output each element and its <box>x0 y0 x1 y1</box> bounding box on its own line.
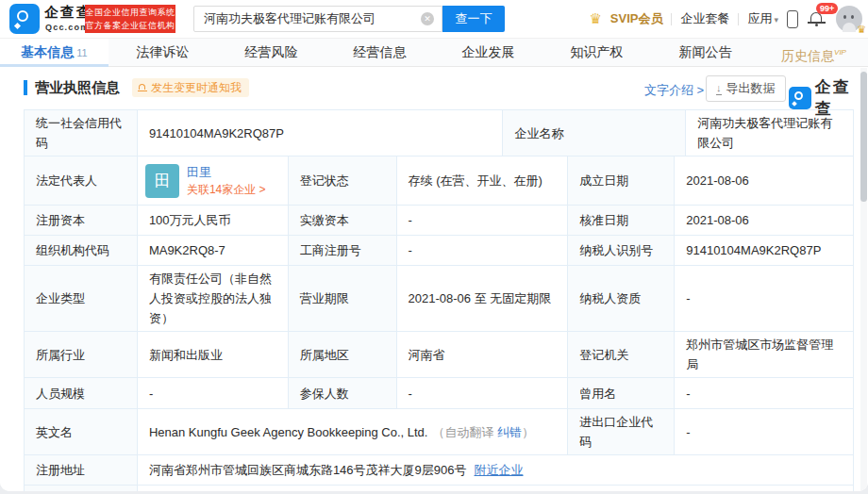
field-label: 核准日期 <box>568 206 675 236</box>
tab-label: 经营信息 <box>354 44 407 59</box>
field-label: 曾用名 <box>568 378 675 409</box>
table-row: 经营范围许可项目：代理记账（依法须经批准的项目，经相关部门批准后方可开展经营活动… <box>25 486 854 491</box>
field-value: 有限责任公司（非自然人投资或控股的法人独资） <box>138 266 289 332</box>
field-label: 经营范围 <box>25 486 138 491</box>
cert-line2: 官方备案企业征信机构 <box>85 19 175 32</box>
field-value: 河南省 <box>397 332 569 378</box>
field-label: 所属行业 <box>25 332 138 378</box>
related-companies-link[interactable]: 关联14家企业 > <box>187 181 266 198</box>
correction-link[interactable]: 纠错 <box>497 425 522 439</box>
top-bar: 企查查 Qcc.com 全国企业信用查询系统 官方备案企业征信机构 ✕ 查一下 … <box>0 0 868 38</box>
field-value: 2021-08-06 <box>675 206 854 236</box>
scrollbar-thumb[interactable] <box>860 72 867 202</box>
table-row: 组织机构代码MA9K2RQ8-7工商注册号-纳税人识别号91410104MA9K… <box>25 236 854 266</box>
field-label: 注册地址 <box>25 455 138 486</box>
clear-icon[interactable]: ✕ <box>421 12 434 25</box>
table-row: 统一社会信用代码91410104MA9K2RQ87P企业名称河南功夫极客代理记账… <box>25 110 854 156</box>
field-value: - <box>675 378 854 409</box>
vip-crown-icon: ♛ <box>857 24 866 36</box>
field-value: 2021-08-06 至 无固定期限 <box>397 266 569 332</box>
field-label: 所属地区 <box>289 332 397 378</box>
field-label: 进出口企业代码 <box>568 409 675 455</box>
field-label: 英文名 <box>25 409 138 455</box>
notifications-bell-icon[interactable]: 99+ <box>807 8 827 29</box>
enterprise-package-link[interactable]: 企业套餐 <box>680 10 729 27</box>
field-value: MA9K2RQ8-7 <box>138 236 289 266</box>
qcc-watermark-icon <box>789 87 811 109</box>
cert-line1: 全国企业信用查询系统 <box>85 6 175 19</box>
field-value: - <box>397 236 569 266</box>
field-value: - <box>397 206 569 236</box>
tab-label: 新闻公告 <box>679 44 732 59</box>
tab-label: 法律诉讼 <box>137 44 190 59</box>
field-value: 许可项目：代理记账（依法须经批准的项目，经相关部门批准后方可开展经营活动，具体经… <box>138 486 854 491</box>
tab-intellectual-property[interactable]: 知识产权 <box>542 39 651 66</box>
business-license-table: 统一社会信用代码91410104MA9K2RQ87P企业名称河南功夫极客代理记账… <box>24 109 854 491</box>
tab-news-announcement[interactable]: 新闻公告 <box>651 39 760 66</box>
field-label: 实缴资本 <box>289 206 397 236</box>
certification-banner: 全国企业信用查询系统 官方备案企业征信机构 <box>85 5 175 33</box>
apps-menu[interactable]: 应用▾ <box>747 10 778 27</box>
field-label: 组织机构代码 <box>25 236 138 266</box>
field-value: 2021-08-06 <box>675 156 854 206</box>
field-label: 法定代表人 <box>25 156 138 206</box>
tab-operation-risk[interactable]: 经营风险 <box>217 39 326 66</box>
field-value: 100万元人民币 <box>138 206 289 236</box>
tab-basic-info[interactable]: 基本信息11 <box>0 39 108 66</box>
export-data-button[interactable]: ↓ 导出数据 <box>706 75 786 102</box>
qcc-logo-domain: Qcc.com <box>45 23 89 32</box>
search-input[interactable] <box>194 12 421 26</box>
tab-operation-info[interactable]: 经营信息 <box>326 39 434 66</box>
field-label: 参保人数 <box>289 378 397 409</box>
notify-on-change-button[interactable]: 发生变更时通知我 <box>132 78 249 97</box>
top-nav: ♛ SVIP会员 企业套餐 应用▾ 99+ ♛ <box>589 0 862 38</box>
divider <box>671 13 672 25</box>
nearby-companies-link[interactable]: 附近企业 <box>475 460 524 480</box>
english-name-text: Henan Kungfu Geek Agency Bookkeeping Co.… <box>149 422 428 442</box>
text-intro-link[interactable]: 文字介绍 > <box>644 82 704 99</box>
section-title: 营业执照信息 <box>35 79 120 97</box>
table-row: 注册资本100万元人民币实缴资本-核准日期2021-08-06 <box>25 206 854 236</box>
page-card: 企查查 Qcc.com 全国企业信用查询系统 官方备案企业征信机构 ✕ 查一下 … <box>0 0 868 491</box>
field-value: - <box>675 409 854 455</box>
chevron-down-icon: ▾ <box>774 15 778 25</box>
field-label: 登记状态 <box>289 156 397 206</box>
field-label: 营业期限 <box>289 266 397 332</box>
field-value: 91410104MA9K2RQ87P <box>675 236 854 266</box>
legal-rep-avatar[interactable]: 田 <box>145 164 179 198</box>
field-value: 河南省郑州市管城回族区商城东路146号茂祥大厦9层906号附近企业 <box>138 455 854 486</box>
legal-rep-name-link[interactable]: 田里 <box>187 164 266 181</box>
tab-label: 历史信息 <box>781 48 834 63</box>
mobile-app-icon[interactable] <box>787 10 798 28</box>
download-icon: ↓ <box>716 83 722 95</box>
auto-translate-note: （自动翻译 纠错） <box>432 422 534 442</box>
note-prefix: （自动翻译 <box>432 425 497 439</box>
crown-icon: ♛ <box>589 10 601 27</box>
legal-representative-cell: 田田里关联14家企业 > <box>138 156 289 206</box>
divider <box>738 13 739 25</box>
table-row: 企业类型有限责任公司（非自然人投资或控股的法人独资）营业期限2021-08-06… <box>25 266 854 332</box>
magnifier-glyph <box>17 10 28 22</box>
table-row: 注册地址河南省郑州市管城回族区商城东路146号茂祥大厦9层906号附近企业 <box>25 455 854 486</box>
search-box: ✕ <box>193 6 442 32</box>
tab-label: 经营风险 <box>245 44 298 59</box>
field-value: - <box>675 266 854 332</box>
table-row: 法定代表人田田里关联14家企业 >登记状态存续 (在营、开业、在册)成立日期20… <box>25 156 854 206</box>
field-value: 郑州市管城区市场监督管理局 <box>675 332 854 378</box>
tab-legal-litigation[interactable]: 法律诉讼 <box>108 39 217 66</box>
svip-member-link[interactable]: SVIP会员 <box>610 10 663 27</box>
legal-rep-info: 田里关联14家企业 > <box>187 164 266 198</box>
qcc-logo-icon[interactable] <box>9 4 40 34</box>
field-label: 注册资本 <box>25 206 138 236</box>
tab-history-info[interactable]: 历史信息VIP <box>760 39 868 66</box>
user-avatar[interactable]: ♛ <box>836 6 862 32</box>
field-label: 人员规模 <box>25 378 138 409</box>
field-label: 企业类型 <box>25 266 138 332</box>
tab-enterprise-development[interactable]: 企业发展 <box>434 39 542 66</box>
table-row: 英文名Henan Kungfu Geek Agency Bookkeeping … <box>25 409 854 455</box>
field-label: 纳税人识别号 <box>568 236 675 266</box>
tab-label: 基本信息 <box>21 44 74 59</box>
search-button[interactable]: 查一下 <box>442 6 505 32</box>
field-label: 纳税人资质 <box>568 266 675 332</box>
field-value: - <box>138 378 289 409</box>
